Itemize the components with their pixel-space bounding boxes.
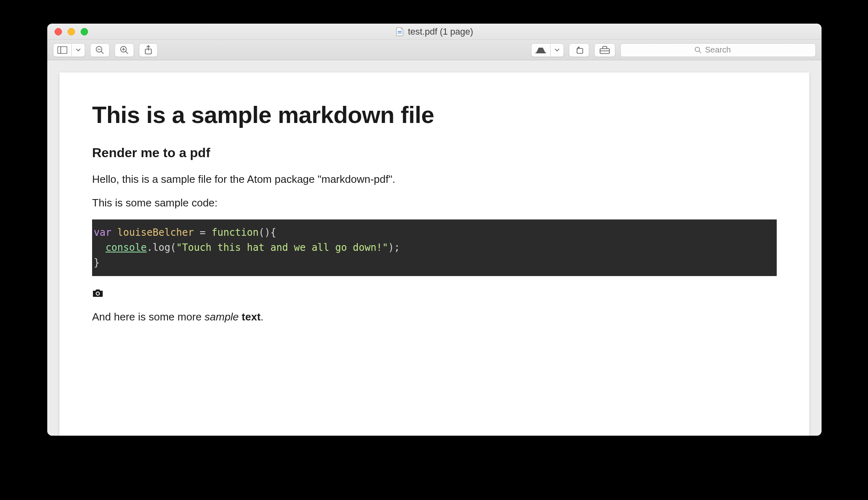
code-block: var louiseBelcher = function(){ console.…: [92, 219, 777, 276]
svg-rect-2: [58, 46, 67, 53]
file-icon: [396, 27, 404, 36]
search-field[interactable]: [620, 43, 816, 57]
code-token: "Touch this hat and we all go down!": [176, 242, 388, 253]
svg-rect-13: [535, 53, 546, 53]
pdf-page: This is a sample markdown file Render me…: [59, 72, 809, 436]
rotate-button[interactable]: [569, 43, 589, 57]
markup-pen-icon: [531, 44, 550, 57]
code-token: );: [388, 242, 400, 253]
code-token: }: [94, 257, 99, 268]
preview-window: test.pdf (1 page): [47, 24, 822, 436]
svg-line-8: [126, 51, 128, 54]
svg-point-20: [97, 292, 99, 295]
svg-line-18: [699, 51, 701, 53]
code-token: .log(: [147, 242, 176, 253]
fullscreen-window-button[interactable]: [81, 28, 88, 35]
search-input[interactable]: [705, 45, 742, 55]
code-token: var: [94, 227, 111, 238]
share-button[interactable]: [139, 43, 158, 57]
traffic-lights: [47, 28, 88, 35]
svg-rect-14: [577, 48, 583, 53]
doc-heading-1: This is a sample markdown file: [92, 101, 777, 128]
chevron-down-icon: [550, 44, 564, 57]
toolbox-icon: [599, 46, 610, 54]
zoom-out-button[interactable]: [90, 43, 110, 57]
sidebar-icon: [53, 44, 71, 57]
missing-image-placeholder: [92, 287, 104, 298]
code-token: =: [200, 227, 211, 238]
text-bold: text: [242, 311, 260, 323]
window-title-text: test.pdf (1 page): [408, 26, 473, 37]
text-run: [239, 311, 242, 323]
view-mode-button[interactable]: [53, 43, 85, 57]
chevron-down-icon: [71, 44, 85, 57]
rotate-icon: [574, 46, 584, 55]
code-token: (){: [259, 227, 276, 238]
zoom-in-icon: [120, 46, 129, 55]
text-run: .: [260, 311, 263, 323]
svg-rect-1: [398, 33, 402, 33]
close-window-button[interactable]: [55, 28, 62, 35]
search-icon: [694, 46, 702, 54]
titlebar: test.pdf (1 page): [47, 24, 822, 40]
svg-point-17: [695, 47, 700, 51]
text-italic: sample: [205, 311, 239, 323]
zoom-in-button[interactable]: [115, 43, 134, 57]
svg-line-5: [101, 51, 104, 54]
code-token: louiseBelcher: [111, 227, 200, 238]
code-token: console: [106, 242, 147, 253]
document-viewport[interactable]: This is a sample markdown file Render me…: [47, 60, 822, 436]
code-token: [94, 242, 106, 253]
svg-rect-0: [398, 31, 402, 32]
markup-button[interactable]: [531, 43, 564, 57]
doc-paragraph: Hello, this is a sample file for the Ato…: [92, 172, 777, 186]
doc-paragraph: This is some sample code:: [92, 195, 777, 210]
camera-icon: [92, 287, 104, 298]
window-title: test.pdf (1 page): [396, 26, 473, 37]
doc-paragraph: And here is some more sample text.: [92, 309, 777, 324]
doc-heading-2: Render me to a pdf: [92, 145, 777, 160]
share-icon: [144, 45, 152, 55]
toolbar: [47, 40, 822, 60]
text-run: And here is some more: [92, 311, 205, 323]
markup-toolbox-button[interactable]: [594, 43, 615, 57]
minimize-window-button[interactable]: [68, 28, 75, 35]
code-token: function: [211, 227, 259, 238]
zoom-out-icon: [95, 46, 104, 55]
